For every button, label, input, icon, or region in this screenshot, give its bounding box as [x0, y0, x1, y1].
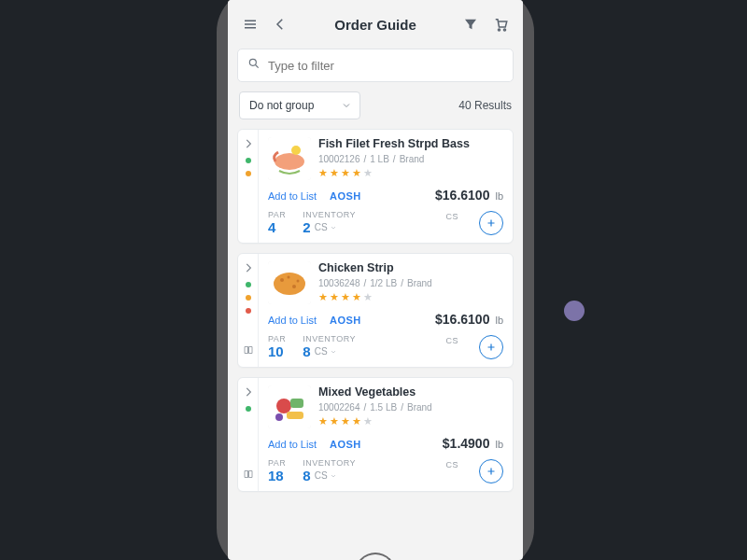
search-row [228, 49, 523, 91]
cs-label: CS [445, 210, 458, 221]
par-metric: PAR 10 [268, 334, 286, 359]
product-meta: 10036248/1/2 LB/Brand [318, 278, 503, 288]
status-dot [246, 295, 251, 301]
inventory-unit-select[interactable]: CS [315, 346, 338, 357]
price: $16.6100 lb [435, 312, 503, 327]
cs-label: CS [445, 334, 458, 345]
rating-stars: ★★★★★ [318, 415, 503, 427]
status-dot [246, 158, 251, 163]
search-input[interactable] [268, 59, 503, 73]
expand-icon[interactable] [242, 137, 255, 150]
inventory-unit-select[interactable]: CS [315, 470, 338, 481]
add-to-list-link[interactable]: Add to List [268, 315, 317, 326]
svg-point-4 [275, 153, 304, 170]
results-count: 40 Results [458, 99, 512, 112]
menu-icon[interactable] [237, 11, 263, 37]
svg-point-11 [288, 276, 290, 279]
group-select[interactable]: Do not group [239, 91, 360, 119]
header: Order Guide [228, 0, 523, 49]
inventory-metric: INVENTORY 8 CS [303, 334, 356, 359]
inventory-unit-select[interactable]: CS [315, 222, 338, 232]
rating-stars: ★★★★★ [318, 291, 503, 303]
inventory-metric: INVENTORY 8 CS [303, 458, 356, 483]
product-name[interactable]: Fish Filet Fresh Strpd Bass [318, 137, 503, 151]
svg-rect-15 [290, 399, 303, 408]
aosh-badge[interactable]: AOSH [330, 315, 361, 326]
svg-point-0 [498, 29, 500, 31]
product-thumbnail[interactable] [268, 385, 311, 428]
product-card: Fish Filet Fresh Strpd Bass 10002126/1 L… [237, 129, 514, 244]
price: $1.4900 lb [443, 436, 503, 451]
card-body: Mixed Vegetables 10002264/1.5 LB/Brand ★… [259, 378, 513, 491]
product-name[interactable]: Mixed Vegetables [318, 385, 503, 399]
card-body: Fish Filet Fresh Strpd Bass 10002126/1 L… [259, 130, 513, 243]
product-card: Chicken Strip 10036248/1/2 LB/Brand ★★★★… [237, 253, 514, 368]
aosh-badge[interactable]: AOSH [330, 439, 361, 450]
add-button[interactable] [479, 335, 503, 359]
cursor-indicator [564, 301, 585, 321]
svg-point-17 [275, 413, 283, 421]
card-rail [238, 130, 259, 243]
bookmark-icon[interactable] [243, 467, 254, 483]
group-select-value: Do not group [249, 99, 314, 112]
search-field[interactable] [237, 49, 514, 82]
bookmark-icon[interactable] [243, 343, 254, 359]
product-thumbnail[interactable] [268, 261, 311, 304]
product-thumbnail[interactable] [268, 137, 311, 180]
status-dot [246, 308, 251, 314]
svg-point-14 [276, 399, 291, 413]
search-icon [247, 57, 261, 74]
status-dot [246, 171, 251, 176]
product-meta: 10002264/1.5 LB/Brand [318, 402, 503, 413]
add-to-list-link[interactable]: Add to List [268, 190, 317, 202]
status-dot [246, 406, 251, 412]
chevron-down-icon [341, 100, 352, 111]
back-icon[interactable] [267, 11, 293, 37]
screen: Order Guide Do not group 40 Resul [228, 0, 523, 560]
aosh-badge[interactable]: AOSH [330, 190, 361, 202]
svg-point-12 [297, 280, 300, 283]
svg-rect-16 [287, 412, 303, 419]
status-dot [246, 282, 251, 287]
card-body: Chicken Strip 10036248/1/2 LB/Brand ★★★★… [259, 254, 513, 367]
cs-label: CS [445, 458, 458, 469]
par-metric: PAR 4 [268, 210, 286, 235]
svg-point-7 [274, 273, 305, 295]
add-button[interactable] [479, 459, 503, 483]
meta-row: Do not group 40 Results [228, 91, 523, 129]
product-name[interactable]: Chicken Strip [318, 261, 503, 275]
expand-icon[interactable] [242, 261, 255, 274]
rating-stars: ★★★★★ [318, 167, 503, 179]
cart-icon[interactable] [487, 11, 514, 37]
item-list[interactable]: Fish Filet Fresh Strpd Bass 10002126/1 L… [228, 129, 523, 560]
add-button[interactable] [479, 211, 503, 235]
par-metric: PAR 18 [268, 458, 286, 483]
product-meta: 10002126/1 LB/Brand [318, 154, 503, 164]
price: $16.6100 lb [435, 188, 503, 203]
svg-point-10 [292, 285, 296, 288]
page-title: Order Guide [297, 17, 454, 33]
svg-point-5 [291, 146, 301, 155]
svg-point-9 [280, 278, 284, 282]
card-rail [238, 254, 259, 367]
inventory-metric: INVENTORY 2 CS [303, 210, 356, 235]
expand-icon[interactable] [242, 385, 255, 399]
product-card: Mixed Vegetables 10002264/1.5 LB/Brand ★… [237, 377, 514, 492]
card-rail [238, 378, 259, 491]
phone-frame: Order Guide Do not group 40 Resul [217, 0, 534, 560]
filter-icon[interactable] [458, 11, 484, 37]
add-to-list-link[interactable]: Add to List [268, 439, 317, 450]
svg-point-2 [249, 59, 256, 65]
svg-point-1 [503, 29, 505, 31]
